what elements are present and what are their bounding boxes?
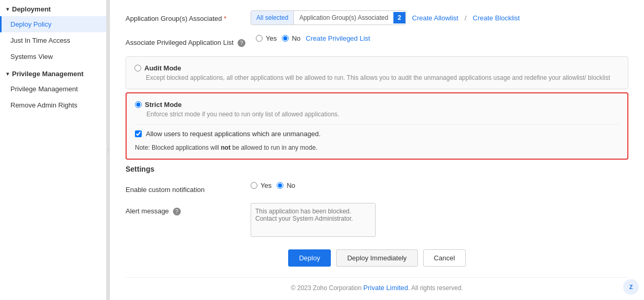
sidebar-item-label: Privilege Management <box>10 85 78 93</box>
audit-mode-box: Audit Mode Except blocked applications, … <box>126 56 628 89</box>
enable-notification-label: Enable custom notification <box>126 182 240 194</box>
strict-mode-box: Strict Mode Enforce strict mode if you n… <box>126 92 628 160</box>
note-text: Note: Blocked applications will not be a… <box>135 144 619 151</box>
allow-users-label: Allow users to request applications whic… <box>146 130 320 138</box>
notification-yes-radio[interactable] <box>251 182 257 189</box>
strict-mode-title: Strict Mode <box>135 101 619 109</box>
settings-section: Settings Enable custom notification Yes … <box>126 165 628 237</box>
app-group-label: Application Group(s) Associated * <box>126 10 240 22</box>
sidebar: ▾ Deployment Deploy Policy Just In Time … <box>0 0 107 300</box>
strict-inner-options: Allow users to request applications whic… <box>135 124 619 138</box>
settings-header: Settings <box>126 165 628 173</box>
audit-mode-desc: Except blocked applications, all other a… <box>134 74 620 81</box>
privileged-list-row: Associate Privileged Application List ? … <box>126 34 628 47</box>
app-group-row: Application Group(s) Associated * All se… <box>126 10 628 25</box>
privileged-list-label: Associate Privileged Application List ? <box>126 34 245 47</box>
audit-mode-title: Audit Mode <box>134 64 620 72</box>
main-content: Application Group(s) Associated * All se… <box>110 0 644 300</box>
sidebar-item-privilege-mgmt[interactable]: Privilege Management <box>0 81 106 97</box>
sidebar-item-remove-admin[interactable]: Remove Admin Rights <box>0 97 106 113</box>
chevron-down-icon: ▾ <box>6 71 9 77</box>
alert-message-row: Alert message ? <box>126 203 628 237</box>
footer-link[interactable]: Private Limited <box>363 284 408 292</box>
enable-notification-row: Enable custom notification Yes No <box>126 182 628 194</box>
alert-message-label: Alert message ? <box>126 203 240 215</box>
sidebar-item-label: Remove Admin Rights <box>10 101 78 109</box>
sidebar-item-systems-view[interactable]: Systems View <box>0 49 106 65</box>
required-indicator: * <box>224 15 227 22</box>
action-buttons: Deploy Deploy Immediately Cancel <box>126 249 628 267</box>
privileged-yes-radio[interactable] <box>256 35 263 42</box>
chevron-down-icon: ▾ <box>6 6 9 12</box>
allow-users-checkbox[interactable] <box>135 130 142 137</box>
privilege-section-header[interactable]: ▾ Privilege Management <box>0 65 106 81</box>
create-allowlist-link[interactable]: Create Allowlist <box>412 14 459 22</box>
sidebar-item-label: Just In Time Access <box>10 37 70 44</box>
deploy-immediately-button[interactable]: Deploy Immediately <box>336 249 417 267</box>
create-privileged-list-link[interactable]: Create Privileged List <box>306 34 370 42</box>
notification-radio-group: Yes No <box>251 182 295 189</box>
create-blocklist-link[interactable]: Create Blocklist <box>473 14 519 22</box>
privilege-label: Privilege Management <box>12 70 83 78</box>
modes-container: Audit Mode Except blocked applications, … <box>126 56 628 160</box>
sidebar-item-label: Systems View <box>10 53 53 61</box>
strict-mode-desc: Enforce strict mode if you need to run o… <box>135 111 619 118</box>
privileged-yes-option[interactable]: Yes <box>256 34 277 42</box>
notification-no-option[interactable]: No <box>277 182 295 189</box>
group-name-label: Application Group(s) Associated <box>294 11 393 25</box>
sidebar-item-just-in-time[interactable]: Just In Time Access <box>0 32 106 49</box>
deploy-button[interactable]: Deploy <box>288 249 331 267</box>
slash-divider: / <box>465 14 467 22</box>
sidebar-item-deploy-policy[interactable]: Deploy Policy <box>0 16 106 32</box>
allow-users-row: Allow users to request applications whic… <box>135 130 619 138</box>
deployment-label: Deployment <box>12 5 51 13</box>
group-count-badge: 2 <box>393 12 405 23</box>
privileged-radio-group: Yes No Create Privileged List <box>256 34 370 42</box>
zoho-circle-icon: Z <box>623 279 639 295</box>
all-selected-label: All selected <box>251 11 294 25</box>
alert-message-textarea[interactable] <box>251 203 376 237</box>
alert-help-icon[interactable]: ? <box>173 208 181 215</box>
privileged-no-radio[interactable] <box>282 35 289 42</box>
help-icon[interactable]: ? <box>238 39 245 47</box>
note-bold: not <box>221 144 231 151</box>
audit-mode-radio[interactable] <box>134 65 141 71</box>
cancel-button[interactable]: Cancel <box>423 249 466 267</box>
notification-no-radio[interactable] <box>277 182 283 189</box>
deployment-section-header[interactable]: ▾ Deployment <box>0 0 106 16</box>
sidebar-item-label: Deploy Policy <box>10 20 52 28</box>
notification-yes-option[interactable]: Yes <box>251 182 271 189</box>
strict-mode-radio[interactable] <box>135 101 142 108</box>
footer: © 2023 Zoho Corporation Private Limited.… <box>126 277 628 298</box>
app-group-selector[interactable]: All selected Application Group(s) Associ… <box>251 10 406 25</box>
privileged-no-option[interactable]: No <box>282 34 301 42</box>
